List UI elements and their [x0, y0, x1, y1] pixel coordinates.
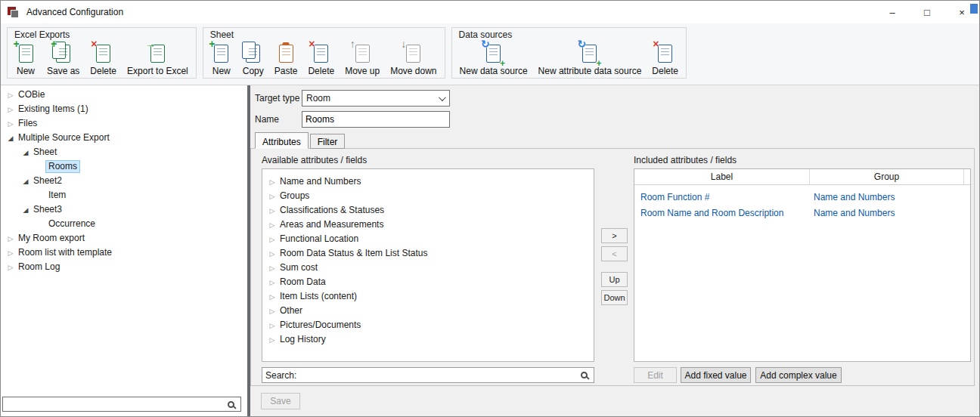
- edit-button[interactable]: Edit: [634, 367, 677, 383]
- expander-icon[interactable]: ◢: [5, 134, 16, 142]
- tree-item[interactable]: ▷ COBie: [1, 88, 247, 102]
- available-attribute-item[interactable]: ▷ Room Data: [262, 275, 594, 289]
- titlebar-accent-icon: [970, 4, 978, 14]
- tree-item[interactable]: ▷ Files: [1, 116, 247, 131]
- available-attribute-item[interactable]: ▷ Classifications & Statuses: [262, 203, 594, 218]
- available-attribute-item[interactable]: ▷ Item Lists (content): [262, 289, 594, 304]
- expander-icon[interactable]: ▷: [5, 91, 16, 99]
- expander-icon[interactable]: ▷: [267, 250, 278, 258]
- export-to-excel-icon: →: [147, 43, 168, 64]
- expander-icon[interactable]: ▷: [267, 236, 278, 243]
- available-attribute-item[interactable]: ▷ Name and Numbers: [262, 175, 594, 189]
- expander-icon[interactable]: ▷: [5, 120, 16, 128]
- available-attribute-item[interactable]: ▷ Areas and Measurements: [262, 218, 594, 232]
- expander-icon[interactable]: ◢: [20, 178, 31, 185]
- tree-item[interactable]: ◢ Sheet2: [1, 174, 247, 188]
- expander-icon[interactable]: ▷: [267, 264, 278, 272]
- delete-sheet-icon: ×: [311, 43, 332, 64]
- ribbon-button[interactable]: Copy: [238, 42, 268, 77]
- included-attribute-row[interactable]: Room Name and Room Description Name and …: [634, 205, 970, 221]
- target-type-value: Room: [306, 93, 330, 103]
- target-type-combobox[interactable]: Room: [302, 90, 450, 107]
- expander-icon[interactable]: ▷: [267, 221, 278, 229]
- move-attribute-up-button[interactable]: Up: [601, 272, 628, 287]
- tree-item[interactable]: Occurrence: [1, 217, 247, 231]
- available-attributes-title: Available attributes / fields: [262, 155, 367, 165]
- column-header-group[interactable]: Group: [810, 169, 964, 184]
- available-attributes-list: ▷ Name and Numbers ▷ Groups ▷ Classifica…: [262, 168, 594, 362]
- expander-icon[interactable]: ▷: [5, 235, 16, 242]
- ribbon-button[interactable]: + Save as: [42, 42, 84, 77]
- expander-icon[interactable]: ◢: [20, 206, 31, 214]
- expander-icon[interactable]: ▷: [267, 322, 278, 329]
- tree-item[interactable]: Item: [1, 188, 247, 202]
- window-title: Advanced Configuration: [26, 7, 123, 17]
- ribbon-group-label: Excel Exports: [8, 28, 196, 40]
- tab-filter[interactable]: Filter: [310, 134, 346, 149]
- ribbon-group: Excel Exports + New + Save as × Delete →…: [7, 27, 197, 79]
- ribbon-button[interactable]: ↻+ New attribute data source: [534, 42, 647, 77]
- tree-item[interactable]: ▷ Room Log: [1, 260, 247, 274]
- attribute-search-box: Search:: [262, 367, 594, 383]
- tree-item[interactable]: ▷ Room list with template: [1, 246, 247, 260]
- expander-icon[interactable]: ▷: [267, 293, 278, 301]
- add-attribute-button[interactable]: >: [601, 228, 628, 243]
- minimize-button[interactable]: –: [875, 1, 910, 23]
- tabstrip: Attributes Filter: [255, 132, 346, 149]
- expander-icon[interactable]: ▷: [267, 193, 278, 200]
- add-fixed-value-button[interactable]: Add fixed value: [681, 367, 751, 383]
- ribbon-button[interactable]: Paste: [270, 42, 302, 77]
- ribbon-button[interactable]: ↑ Move up: [340, 42, 384, 77]
- available-attribute-item[interactable]: ▷ Groups: [262, 189, 594, 203]
- expander-icon[interactable]: ▷: [267, 279, 278, 286]
- attribute-search-input[interactable]: [296, 368, 581, 382]
- tree-item[interactable]: Rooms: [1, 159, 247, 174]
- name-label: Name: [255, 114, 279, 125]
- move-up-icon: ↑: [352, 43, 373, 64]
- expander-icon[interactable]: ▷: [5, 249, 16, 257]
- tree-item[interactable]: ◢ Multiple Source Export: [1, 131, 247, 145]
- tree-search-input[interactable]: [3, 397, 228, 411]
- tree-item[interactable]: ▷ Existing Items (1): [1, 102, 247, 116]
- expander-icon[interactable]: ▷: [267, 336, 278, 344]
- new-sheet-icon: +: [211, 43, 232, 64]
- export-tree: ▷ COBie ▷ Existing Items (1) ▷ Files ◢ M…: [1, 88, 247, 274]
- add-complex-value-button[interactable]: Add complex value: [755, 367, 842, 383]
- tab-attributes[interactable]: Attributes: [255, 132, 309, 149]
- maximize-button[interactable]: □: [910, 1, 944, 23]
- ribbon-button[interactable]: + New: [206, 42, 237, 77]
- ribbon-button[interactable]: + New: [11, 42, 41, 77]
- tree-search-box: [2, 397, 241, 412]
- available-attribute-item[interactable]: ▷ Sum cost: [262, 261, 594, 275]
- included-attribute-row[interactable]: Room Function # Name and Numbers: [634, 189, 970, 205]
- expander-icon[interactable]: ▷: [5, 106, 16, 113]
- ribbon-button[interactable]: ↓ Move down: [386, 42, 441, 77]
- column-header-label[interactable]: Label: [634, 169, 810, 184]
- expander-icon[interactable]: ▷: [267, 207, 278, 215]
- ribbon-button[interactable]: ↻+ New data source: [455, 42, 532, 77]
- expander-icon[interactable]: ▷: [5, 264, 16, 271]
- ribbon-group-buttons: + New Copy Paste × Delete ↑ Move up ↓ Mo…: [203, 40, 445, 79]
- available-attribute-item[interactable]: ▷ Log History: [262, 332, 594, 347]
- ribbon-button[interactable]: × Delete: [303, 42, 339, 77]
- name-input[interactable]: [302, 111, 450, 128]
- expander-icon[interactable]: ▷: [267, 307, 278, 315]
- expander-icon[interactable]: ▷: [267, 178, 278, 186]
- ribbon-button[interactable]: × Delete: [647, 42, 683, 77]
- available-attribute-item[interactable]: ▷ Pictures/Documents: [262, 318, 594, 332]
- ribbon-group: Data sources ↻+ New data source ↻+ New a…: [451, 27, 687, 79]
- ribbon-button[interactable]: × Delete: [85, 42, 121, 77]
- tree-item[interactable]: ◢ Sheet: [1, 145, 247, 159]
- available-attribute-item[interactable]: ▷ Other: [262, 304, 594, 318]
- ribbon-button[interactable]: → Export to Excel: [122, 42, 193, 77]
- remove-attribute-button[interactable]: <: [601, 246, 628, 261]
- available-attribute-item[interactable]: ▷ Room Data Status & Item List Status: [262, 246, 594, 261]
- move-attribute-down-button[interactable]: Down: [601, 290, 628, 305]
- save-button[interactable]: Save: [261, 393, 300, 409]
- tree-item[interactable]: ◢ Sheet3: [1, 202, 247, 217]
- expander-icon[interactable]: ◢: [20, 149, 31, 156]
- ribbon-group-buttons: ↻+ New data source ↻+ New attribute data…: [452, 40, 686, 79]
- tree-item[interactable]: ▷ My Room export: [1, 231, 247, 246]
- new-export-icon: +: [15, 43, 36, 64]
- available-attribute-item[interactable]: ▷ Functional Location: [262, 232, 594, 246]
